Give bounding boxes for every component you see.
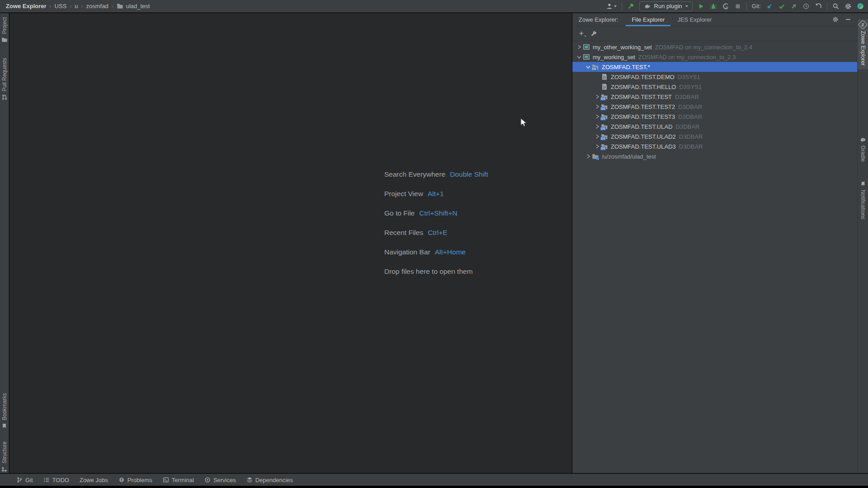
tree-row-uss-path[interactable]: /u/zosmfad/ulad_test: [572, 151, 857, 161]
tree-row-pds[interactable]: DS ZOSMFAD.TEST.ULAD2 D3DBAR: [572, 131, 857, 141]
history-clock-icon[interactable]: [802, 3, 810, 10]
dataset-file-icon: [601, 73, 608, 80]
tree-item-label: ZOSMFAD.TEST.HELLO: [611, 84, 676, 90]
top-toolbar: Zowe Explorer › USS › u › zosmfad › ulad…: [0, 0, 868, 13]
bottom-item-services[interactable]: Services: [204, 477, 236, 483]
zowe-explorer-stripe-label: Zowe Explorer: [860, 31, 866, 66]
uss-badge: [596, 157, 599, 160]
tree-row-pds[interactable]: DS ZOSMFAD.TEST.TEST D3DBAR: [572, 92, 857, 102]
tree-item-label: ZOSMFAD.TEST.DEMO: [611, 74, 675, 80]
chevron-right-icon[interactable]: [593, 123, 601, 130]
run-configuration-select[interactable]: Run plugin: [639, 1, 693, 11]
ds-badge: DS: [600, 147, 606, 150]
tree-item-qualifier: D3DBAR: [679, 143, 703, 150]
hint-go-to-file: Go to File Ctrl+Shift+N: [384, 203, 488, 223]
chevron-right-icon[interactable]: [584, 153, 592, 160]
tree-row-dataset-mask-selected[interactable]: DS ZOSMFAD.TEST.*: [572, 62, 857, 72]
tree-row-pds[interactable]: DS ZOSMFAD.TEST.TEST3 D3DBAR: [572, 112, 857, 122]
git-label: Git:: [752, 3, 761, 9]
tree-item-label: ZOSMFAD.TEST.ULAD3: [611, 143, 676, 150]
breadcrumb-item-u[interactable]: u: [75, 3, 78, 9]
git-update-button[interactable]: [766, 3, 773, 10]
sidebar-item-project[interactable]: Project: [0, 17, 9, 43]
hide-panel-icon[interactable]: [845, 17, 851, 22]
hint-label: Search Everywhere: [384, 170, 445, 178]
tab-jes-explorer[interactable]: JES Explorer: [671, 13, 718, 26]
tree-row-member[interactable]: ZOSMFAD.TEST.HELLO D3SYS1: [572, 82, 857, 92]
hint-shortcut: Ctrl+E: [428, 229, 448, 237]
git-commit-button[interactable]: [778, 3, 785, 10]
breadcrumb-separator: ›: [81, 3, 83, 9]
hint-shortcut: Ctrl+Shift+N: [419, 209, 457, 217]
stop-button[interactable]: [734, 3, 741, 10]
user-account-button[interactable]: [606, 3, 617, 10]
bottom-item-label: Problems: [127, 477, 152, 483]
sidebar-item-notifications[interactable]: Notifications: [858, 181, 868, 219]
toolbar-divider: [622, 2, 622, 10]
chevron-down-icon[interactable]: [575, 53, 583, 61]
notifications-stripe-label: Notifications: [860, 190, 866, 219]
bottom-item-terminal[interactable]: Terminal: [163, 477, 194, 483]
tree-item-qualifier: D3DBAR: [679, 133, 703, 140]
undo-button[interactable]: [815, 3, 822, 10]
sidebar-item-gradle[interactable]: Gradle: [858, 136, 868, 162]
bottom-item-label: Dependencies: [255, 477, 293, 483]
dataset-folder-icon: DS: [601, 123, 608, 130]
tree-row-member[interactable]: ZOSMFAD.TEST.DEMO D3SYS1: [572, 72, 857, 82]
user-icon: [606, 3, 613, 10]
zowe-panel-header: Zowe Explorer: File Explorer JES Explore…: [572, 13, 857, 26]
wrench-settings-icon[interactable]: [590, 30, 597, 37]
toolbar-divider: [827, 2, 827, 10]
gear-icon[interactable]: [832, 16, 839, 23]
build-hammer-icon[interactable]: [627, 3, 634, 10]
tree-row-pds[interactable]: DS ZOSMFAD.TEST.ULAD3 D3DBAR: [572, 141, 857, 151]
debug-button[interactable]: [710, 3, 717, 10]
tree-item-qualifier: ZOSMFAD on my_connection_to_2.3: [638, 54, 736, 61]
file-explorer-tree: my_other_working_set ZOSMFAD on my_conne…: [572, 41, 857, 161]
sidebar-item-zowe-explorer[interactable]: Z Zowe Explorer: [858, 19, 868, 69]
breadcrumb-item-ulad-test[interactable]: ulad_test: [126, 3, 150, 9]
tree-row-pds[interactable]: DS ZOSMFAD.TEST.TEST2 D3DBAR: [572, 102, 857, 112]
sidebar-item-pull-requests[interactable]: Pull Requests: [0, 58, 9, 100]
chevron-right-icon[interactable]: [593, 113, 601, 120]
profiler-button[interactable]: [722, 3, 729, 10]
hint-recent-files: Recent Files Ctrl+E: [384, 223, 488, 242]
uss-directory-icon: [592, 153, 599, 160]
dataset-folder-icon: DS: [601, 113, 608, 120]
bottom-item-zowe-jobs[interactable]: Zowe Jobs: [80, 477, 108, 483]
chevron-right-icon[interactable]: [575, 43, 583, 51]
ds-badge: DS: [600, 97, 606, 101]
tree-row-pds[interactable]: DS ZOSMFAD.TEST.ULAD D3DBAR: [572, 122, 857, 131]
bottom-item-git[interactable]: Git: [16, 477, 33, 483]
breadcrumb-item-zosmfad[interactable]: zosmfad: [86, 3, 108, 9]
tab-file-explorer[interactable]: File Explorer: [625, 13, 671, 26]
breadcrumb-item-uss[interactable]: USS: [55, 3, 67, 9]
bottom-item-todo[interactable]: TODO: [43, 477, 69, 483]
gradle-icon: [859, 136, 866, 143]
chevron-right-icon[interactable]: [593, 93, 601, 100]
hint-shortcut: Alt+Home: [435, 248, 466, 256]
breadcrumb-separator: ›: [50, 3, 52, 9]
run-configuration-label: Run plugin: [654, 3, 682, 9]
tree-row-working-set[interactable]: my_other_working_set ZOSMFAD on my_conne…: [572, 42, 857, 52]
sidebar-item-structure[interactable]: Structure: [0, 441, 9, 472]
settings-gear-icon[interactable]: [844, 3, 852, 10]
tree-item-label: my_other_working_set: [593, 44, 652, 51]
chevron-right-icon[interactable]: [593, 133, 601, 140]
breadcrumb-item-zowe-explorer[interactable]: Zowe Explorer: [6, 3, 47, 9]
tree-item-qualifier: D3SYS1: [678, 74, 700, 80]
chevron-right-icon[interactable]: [593, 143, 601, 150]
chevron-right-icon[interactable]: [593, 103, 601, 110]
bottom-item-dependencies[interactable]: Dependencies: [246, 477, 293, 483]
git-push-button[interactable]: [790, 3, 797, 10]
sidebar-item-bookmarks[interactable]: Bookmarks: [0, 393, 9, 429]
run-button[interactable]: [698, 3, 705, 10]
bottom-item-problems[interactable]: Problems: [118, 477, 152, 483]
tree-row-working-set[interactable]: my_working_set ZOSMFAD on my_connection_…: [572, 52, 857, 62]
code-with-me-icon[interactable]: [857, 3, 864, 10]
search-icon[interactable]: [832, 3, 840, 10]
dataset-file-icon: [601, 83, 608, 90]
chevron-down-icon[interactable]: [584, 63, 592, 70]
keyboard-shortcut-hints: Search Everywhere Double Shift Project V…: [384, 164, 488, 281]
add-button[interactable]: +: [579, 30, 584, 37]
